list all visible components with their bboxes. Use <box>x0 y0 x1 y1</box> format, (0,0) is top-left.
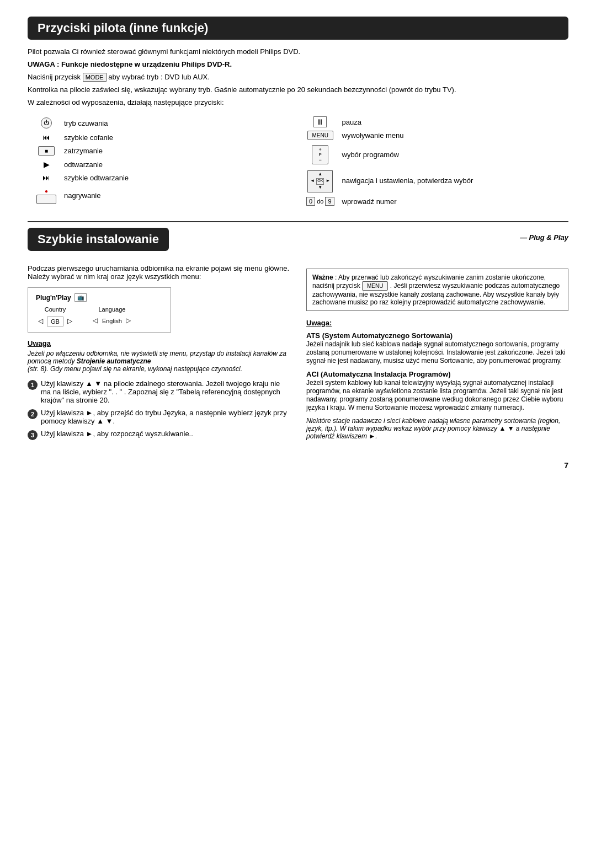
stop-icon: ■ <box>38 146 55 156</box>
control-row-power: ⏻ tryb czuwania <box>33 116 132 130</box>
two-col-layout: Podczas pierwszego uruchamiania odbiorni… <box>28 264 568 444</box>
plug-play-box: Plug'n'Play 📺 Country ◁ GB ▷ Language <box>28 287 171 333</box>
control-row-menu: MENU wywoływanie menu <box>303 129 476 142</box>
step-1-num: 1 <box>28 380 38 390</box>
plug-play-header: Plug'n'Play 📺 <box>36 293 163 302</box>
country-lang-row: Country ◁ GB ▷ Language ◁ English ▷ <box>36 306 163 326</box>
stop-label: zatrzymanie <box>61 144 132 157</box>
language-left-arrow[interactable]: ◁ <box>91 317 100 325</box>
ats-section: ATS (System Automatycznego Sortowania) J… <box>306 331 568 365</box>
control-row-stop: ■ zatrzymanie <box>33 144 132 157</box>
controls-left-table: ⏻ tryb czuwania ⏮ szybkie cofanie ■ <box>32 115 133 207</box>
plug-play-icon: 📺 <box>74 293 87 302</box>
language-select-row: ◁ English ▷ <box>91 317 133 325</box>
section1-intro: Pilot pozwala Ci również sterować główny… <box>28 47 568 56</box>
section1-mode-instruction: Naciśnij przycisk MODE aby wybrać tryb :… <box>28 73 568 81</box>
section1-warning: UWAGA : Funkcje niedostępne w urządzeniu… <box>28 60 568 68</box>
record-label: nagrywanie <box>61 185 132 206</box>
country-value: GB <box>47 317 63 326</box>
menu-label: wywoływanie menu <box>339 129 477 142</box>
section-divider <box>28 221 568 222</box>
lang-col: Language ◁ English ▷ <box>91 306 133 326</box>
ats-title: ATS (System Automatycznego Sortowania) <box>306 331 453 340</box>
power-icon: ⏻ <box>41 117 52 128</box>
control-row-ff: ⏭ szybkie odtwarzanie <box>33 172 132 184</box>
step-3-num: 3 <box>28 430 38 440</box>
plug-play-box-title: Plug'n'Play <box>36 294 71 302</box>
left-intro: Podczas pierwszego uruchamiania odbiorni… <box>28 264 290 281</box>
prog-label: wybór programów <box>339 143 477 166</box>
menu-btn-inline: MENU <box>362 281 388 291</box>
aci-title: ACI (Automatyczna Instalacja Programów) <box>306 370 451 378</box>
prev-label: szybkie cofanie <box>61 131 132 143</box>
aci-text: Jeżeli system kablowy lub kanał telewizy… <box>306 379 563 411</box>
control-row-prev: ⏮ szybkie cofanie <box>33 131 132 143</box>
page-number: 7 <box>28 461 568 470</box>
nav-label: nawigacja i ustawienia, potwierdza wybór <box>339 167 477 194</box>
section2-title: Szybkie instalowanie <box>28 228 169 251</box>
play-icon: ▶ <box>44 160 50 169</box>
language-label: Language <box>98 306 125 313</box>
ff-icon: ⏭ <box>42 173 50 182</box>
control-row-num: 0 do 9 wprowadź numer <box>303 195 476 207</box>
language-right-arrow[interactable]: ▷ <box>124 317 133 325</box>
ff-label: szybkie odtwarzanie <box>61 172 132 184</box>
control-row-nav: ▲ ◄ OK ► ▼ nawigacja i ustawienia, potwi… <box>303 167 476 194</box>
prog-icon: + P − <box>312 145 328 164</box>
country-right-arrow[interactable]: ▷ <box>66 317 74 326</box>
mode-button: MODE <box>83 73 107 82</box>
play-label: odtwarzanie <box>61 158 132 170</box>
step-2-text: Użyj klawisza ►, aby przejść do trybu Ję… <box>41 409 290 425</box>
plug-play-label: — Plug & Play <box>520 233 568 242</box>
controls-right-table: ⏸ pauza MENU wywoływanie menu + <box>302 115 477 208</box>
italic-note: Niektóre stacje nadawcze i sieci kablowe… <box>306 417 568 440</box>
right-column: Ważne : Aby przerwać lub zakończyć wyszu… <box>306 264 568 444</box>
menu-icon: MENU <box>307 131 333 140</box>
prev-icon: ⏮ <box>42 133 50 142</box>
country-select-row: ◁ GB ▷ <box>36 317 74 326</box>
country-col: Country ◁ GB ▷ <box>36 306 74 326</box>
aci-section: ACI (Automatyczna Instalacja Programów) … <box>306 370 568 411</box>
right-note-box: Ważne : Aby przerwać lub zakończyć wyszu… <box>306 269 568 311</box>
control-row-record: ● nagrywanie <box>33 185 132 206</box>
section1-control-note2: W zależności od wyposażenia, działają na… <box>28 98 568 106</box>
section1-title: Przyciski pilota (inne funkcje) <box>28 17 568 40</box>
section2: Szybkie instalowanie — Plug & Play Podcz… <box>28 228 568 444</box>
num-label: wprowadź numer <box>339 195 477 207</box>
step-list: 1 Użyj klawiszy ▲ ▼ na pilocie zdalnego … <box>28 379 290 440</box>
uwaga-text: Jeżeli po włączeniu odbiornika, nie wyśw… <box>28 350 290 373</box>
country-left-arrow[interactable]: ◁ <box>36 317 45 326</box>
control-row-pause: ⏸ pauza <box>303 116 476 128</box>
pause-icon: ⏸ <box>313 116 327 127</box>
controls-table: ⏻ tryb czuwania ⏮ szybkie cofanie ■ <box>28 112 568 211</box>
left-column: Podczas pierwszego uruchamiania odbiorni… <box>28 264 290 444</box>
section1-control-note1: Kontrolka na pilocie zaświeci się, wskaz… <box>28 85 568 94</box>
ats-text: Jeżeli nadajnik lub sieć kablowa nadaje … <box>306 340 566 365</box>
step-1-text: Użyj klawiszy ▲ ▼ na pilocie zdalnego st… <box>41 379 290 404</box>
pause-label: pauza <box>339 116 477 128</box>
control-row-prog: + P − wybór programów <box>303 143 476 166</box>
power-label: tryb czuwania <box>61 116 132 130</box>
nav-icon: ▲ ◄ OK ► ▼ <box>307 170 333 192</box>
uwaga-label: Uwaga <box>28 339 290 347</box>
language-value: English <box>102 318 122 324</box>
record-btn <box>36 195 56 204</box>
step-2: 2 Użyj klawisza ►, aby przejść do trybu … <box>28 409 290 425</box>
uwaga2-label: Uwaga: <box>306 319 568 327</box>
section1: Przyciski pilota (inne funkcje) Pilot po… <box>28 17 568 211</box>
step-3: 3 Użyj klawisza ►, aby rozpocząć wyszuki… <box>28 430 290 440</box>
num-range-icon: 0 do 9 <box>306 197 334 206</box>
record-icon: ● <box>45 188 48 194</box>
right-note-text: Ważne : Aby przerwać lub zakończyć wyszu… <box>312 274 562 306</box>
country-label: Country <box>45 306 66 313</box>
step-2-num: 2 <box>28 409 38 419</box>
step-3-text: Użyj klawisza ►, aby rozpocząć wyszukiwa… <box>41 430 193 438</box>
control-row-play: ▶ odtwarzanie <box>33 158 132 170</box>
step-1: 1 Użyj klawiszy ▲ ▼ na pilocie zdalnego … <box>28 379 290 404</box>
